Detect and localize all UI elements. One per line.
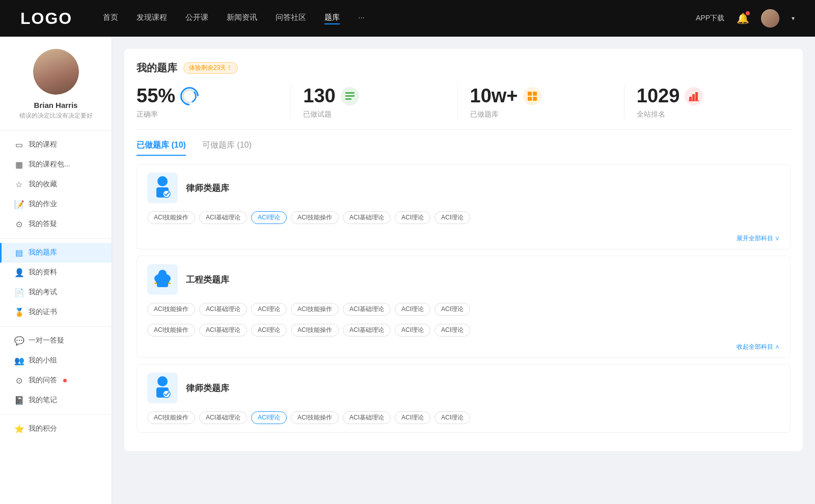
sidebar-item-my-qa[interactable]: ⊙ 我的问答 [0,371,112,390]
sidebar-item-label: 我的答疑 [29,219,57,229]
sidebar-divider-2 [0,326,112,327]
nav-home[interactable]: 首页 [103,13,118,24]
bank-tag-2-0[interactable]: ACI技能操作 [147,303,195,316]
sidebar-item-question-bank[interactable]: ▤ 我的题库 [0,243,112,263]
stat-done-value: 130 [303,85,335,107]
bank-tag-2r2-1[interactable]: ACI基础理论 [199,324,247,337]
svg-rect-6 [533,92,537,96]
bank-tags-3: ACI技能操作 ACI基础理论 ACI理论 ACI技能操作 ACI基础理论 AC… [137,411,790,432]
stat-accuracy-row: 55% [137,85,199,107]
bank-tags-row1-2: ACI技能操作 ACI基础理论 ACI理论 ACI技能操作 ACI基础理论 AC… [137,303,790,324]
avatar-image [761,9,779,27]
svg-rect-20 [157,279,168,287]
bank-collapse-2[interactable]: 收起全部科目 ∧ [137,341,790,357]
sidebar-item-tutoring[interactable]: 💬 一对一答疑 [0,331,112,351]
tabs: 已做题库 (10) 可做题库 (10) [137,140,791,156]
sidebar-item-qa[interactable]: ⊙ 我的答疑 [0,214,112,234]
sidebar-item-label: 我的小组 [29,356,57,365]
bank-tag-2r2-4[interactable]: ACI基础理论 [343,324,391,337]
bank-tag-2-5[interactable]: ACI理论 [395,303,430,316]
bank-tag-2-4[interactable]: ACI基础理论 [343,303,391,316]
svg-point-21 [157,376,168,386]
bank-tag-3-2[interactable]: ACI理论 [251,411,287,424]
stat-rank-value: 1029 [637,85,680,107]
sidebar-item-favorites[interactable]: ☆ 我的收藏 [0,175,112,194]
sidebar-avatar-image [33,49,79,95]
tab-done-banks[interactable]: 已做题库 (10) [137,140,186,156]
bank-tag-3-5[interactable]: ACI理论 [395,411,430,424]
bank-tag-3-4[interactable]: ACI基础理论 [343,411,391,424]
stat-rank-row: 1029 [637,85,703,107]
bank-tag-3-3[interactable]: ACI技能操作 [291,411,339,424]
bank-tag-1-6[interactable]: ACI理论 [434,211,470,224]
bank-tag-1-3[interactable]: ACI技能操作 [291,211,339,224]
stat-accuracy-value: 55% [137,85,175,107]
sidebar-item-homework[interactable]: 📝 我的作业 [0,194,112,214]
bank-tag-1-4[interactable]: ACI基础理论 [343,211,391,224]
sidebar-item-label: 我的积分 [29,424,57,433]
svg-point-13 [157,176,168,186]
stat-accuracy-label: 正确率 [137,110,158,119]
sidebar-item-my-course[interactable]: ▭ 我的课程 [0,135,112,155]
nav-news[interactable]: 新闻资讯 [227,13,257,24]
notification-bell[interactable]: 🔔 [735,10,751,26]
bank-tag-2r2-3[interactable]: ACI技能操作 [291,324,339,337]
main-content: 我的题库 体验剩余23天！ 55% 正确率 [112,37,815,504]
bank-icon: ▤ [14,248,23,258]
avatar-dropdown-arrow[interactable]: ▾ [792,15,795,22]
bank-icon-1 [147,173,178,203]
bank-tag-1-1[interactable]: ACI基础理论 [199,211,247,224]
nav-more[interactable]: ··· [358,13,365,24]
sidebar-item-label: 我的资料 [29,268,57,277]
bank-tags-1: ACI技能操作 ACI基础理论 ACI理论 ACI技能操作 ACI基础理论 AC… [137,211,790,232]
bank-tag-1-5[interactable]: ACI理论 [395,211,430,224]
nav-discover[interactable]: 发现课程 [137,13,167,24]
sidebar-username: Brian Harris [10,101,101,109]
sidebar-item-course-package[interactable]: ▦ 我的课程包... [0,155,112,175]
avatar[interactable] [761,9,779,27]
bank-tags-row2-2: ACI技能操作 ACI基础理论 ACI理论 ACI技能操作 ACI基础理论 AC… [137,324,790,341]
sidebar-item-certificate[interactable]: 🏅 我的证书 [0,302,112,322]
logo: LOGO [20,9,72,28]
svg-rect-3 [345,95,355,97]
bank-header-1: 律师类题库 [137,164,790,211]
notes-icon: 📓 [14,396,23,405]
sidebar-item-label: 我的作业 [29,200,57,209]
bank-tag-2r2-5[interactable]: ACI理论 [395,324,430,337]
bank-tag-3-1[interactable]: ACI基础理论 [199,411,247,424]
app-download-link[interactable]: APP下载 [696,14,724,23]
stat-banks-icon [523,87,541,105]
bank-tag-2-6[interactable]: ACI理论 [434,303,470,316]
bank-expand-1[interactable]: 展开全部科目 ∨ [137,232,790,249]
bank-tag-3-6[interactable]: ACI理论 [434,411,470,424]
sidebar-item-group[interactable]: 👥 我的小组 [0,351,112,371]
nav-open[interactable]: 公开课 [185,13,208,24]
bank-icon-3 [147,373,178,403]
bank-tag-2r2-2[interactable]: ACI理论 [251,324,287,337]
bank-tag-2r2-0[interactable]: ACI技能操作 [147,324,195,337]
bank-tag-2-2[interactable]: ACI理论 [251,303,287,316]
bank-tag-3-0[interactable]: ACI技能操作 [147,411,195,424]
bank-tag-2r2-6[interactable]: ACI理论 [434,324,470,337]
bank-tag-2-1[interactable]: ACI基础理论 [199,303,247,316]
stat-rank-icon [685,87,703,105]
stat-ranking: 1029 全站排名 [624,85,791,119]
bank-icon-2 [147,264,178,295]
tab-available-banks[interactable]: 可做题库 (10) [202,140,252,156]
stat-accuracy: 55% 正确率 [137,85,291,119]
page-title: 我的题库 [137,61,177,75]
stat-banks-row: 10w+ [470,85,541,107]
bank-tag-1-0[interactable]: ACI技能操作 [147,211,195,224]
svg-rect-4 [345,98,351,100]
sidebar-item-points[interactable]: ⭐ 我的积分 [0,419,112,439]
homework-icon: 📝 [14,200,23,209]
bank-tag-2-3[interactable]: ACI技能操作 [291,303,339,316]
nav-qa[interactable]: 问答社区 [276,13,306,24]
main-layout: Brian Harris 错误的决定比没有决定要好 ▭ 我的课程 ▦ 我的课程包… [0,37,815,504]
nav-bank[interactable]: 题库 [324,13,340,24]
bank-tag-1-2[interactable]: ACI理论 [251,211,287,224]
sidebar-item-exam[interactable]: 📄 我的考试 [0,283,112,302]
sidebar-item-profile[interactable]: 👤 我的资料 [0,263,112,283]
sidebar-item-notes[interactable]: 📓 我的笔记 [0,390,112,410]
bank-section-2: 工程类题库 ACI技能操作 ACI基础理论 ACI理论 ACI技能操作 ACI基… [137,256,791,358]
